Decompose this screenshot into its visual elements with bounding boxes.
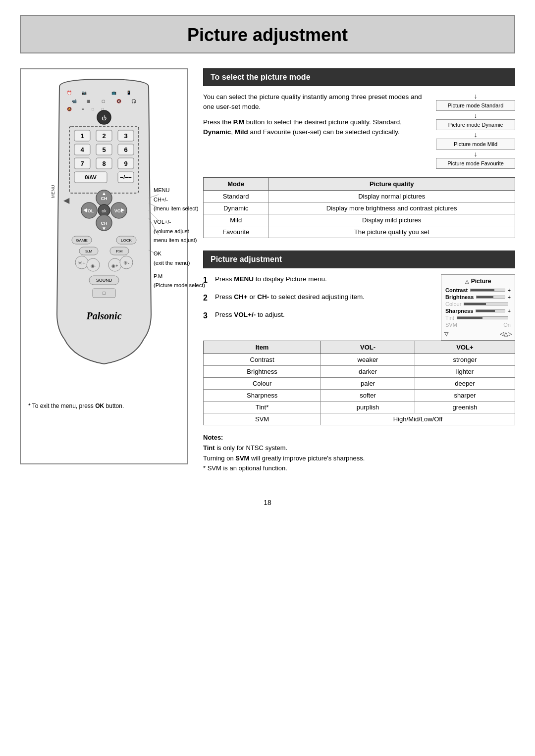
page-num-text: 18	[264, 499, 271, 506]
svm-label: SVM	[445, 322, 457, 328]
table-row: Sharpnesssoftersharper	[204, 390, 515, 402]
table-row: Colourpalerdeeper	[204, 378, 515, 390]
instruction-paragraph: Press the P.M button to select the desir…	[203, 117, 428, 138]
contrast-bar	[470, 289, 505, 292]
pm-label: P.M	[154, 272, 205, 281]
svg-text:6: 6	[124, 146, 127, 153]
picture-mode-text: You can select the picture quality insta…	[203, 92, 428, 170]
table-cell: Favourite	[204, 226, 268, 238]
svg-text:📹: 📹	[72, 99, 77, 103]
menu-item-brightness: Brightness +	[444, 294, 512, 301]
svg-text:CH: CH	[101, 196, 107, 201]
steps-text: 1 Press MENU to display Picture menu. 2 …	[203, 274, 431, 341]
step-2-text: Press CH+ or CH- to select desired adjus…	[215, 292, 365, 304]
contrast-label: Contrast	[445, 287, 468, 293]
step-2-middle: or	[248, 293, 258, 301]
vol-sub1-label: (volume adjust	[154, 227, 205, 236]
table-cell: Display more brightness and contrast pic…	[268, 202, 515, 214]
tint-bold: Tint	[203, 444, 215, 452]
step-3: 3 Press VOL+/- to adjust.	[203, 310, 431, 322]
svg-text:✳-: ✳-	[123, 260, 130, 266]
ch-sub-label: (menu item select)	[154, 204, 205, 213]
col-item: Item	[204, 341, 321, 354]
remote-footer-note: * To exit the menu, press OK button.	[28, 403, 180, 409]
page-title: Picture adjustment	[21, 25, 514, 46]
table-row: SVMHigh/Mid/Low/Off	[204, 413, 515, 425]
svg-text:8: 8	[102, 160, 106, 167]
svg-text:⏻: ⏻	[102, 115, 107, 121]
svg-text:✳+: ✳+	[78, 260, 85, 266]
svm-value: On	[503, 322, 511, 328]
table-cell: Sharpness	[204, 390, 321, 402]
table-cell: darker	[321, 366, 415, 378]
page-number: 18	[0, 499, 535, 506]
menu-label: MENU	[154, 186, 205, 195]
colour-bar	[464, 302, 508, 305]
svg-text:LOCK: LOCK	[121, 238, 132, 243]
table-cell: Contrast	[204, 354, 321, 366]
svg-text:7: 7	[80, 160, 84, 167]
svg-text:📱: 📱	[126, 90, 131, 95]
colour-label: Colour	[445, 301, 461, 307]
svg-text:1: 1	[80, 132, 84, 140]
ch-plus-bold: CH+	[234, 293, 247, 301]
svg-text:P.M: P.M	[116, 249, 123, 253]
mode-table-body: StandardDisplay normal picturesDynamicDi…	[204, 191, 515, 238]
intro-text: You can select the picture quality insta…	[203, 92, 428, 112]
step-2: 2 Press CH+ or CH- to select desired adj…	[203, 292, 431, 304]
svg-text:🔇: 🔇	[116, 99, 121, 103]
svg-text:5: 5	[102, 146, 106, 153]
svg-text:▲: ▲	[102, 191, 107, 196]
svg-text:◉-: ◉-	[91, 263, 96, 268]
picture-mode-section: To select the picture mode You can selec…	[203, 68, 515, 238]
svg-text:3: 3	[124, 132, 127, 140]
table-cell: purplish	[321, 402, 415, 413]
svg-text:Palsonic: Palsonic	[86, 310, 121, 321]
pm-bold: P.M	[233, 118, 244, 126]
svg-text:MENU: MENU	[51, 185, 55, 199]
step-1-text: Press MENU to display Picture menu.	[215, 274, 327, 286]
svg-text:CH: CH	[101, 221, 107, 226]
mode-diagram: ↓ Picture mode Standard ↓ Picture mode D…	[436, 92, 515, 170]
top-arrow: ↓	[436, 93, 515, 100]
svg-text:□: □	[103, 291, 106, 296]
table-cell: softer	[321, 390, 415, 402]
svm-note-text: will greatly improve picture's sharpness…	[249, 454, 365, 462]
svg-text:–/––: –/––	[120, 174, 132, 181]
menu-item-colour: Colour	[444, 301, 512, 307]
sharpness-label: Sharpness	[445, 308, 473, 314]
picture-adj-section: Picture adjustment 1 Press MENU to displ…	[203, 251, 515, 474]
tint-note-text: is only for NTSC system.	[215, 444, 288, 452]
table-cell: SVM	[204, 413, 321, 425]
ok-sub-label: (exit the menu)	[154, 258, 205, 268]
table-cell: paler	[321, 378, 415, 390]
vol-table-body: ContrastweakerstrongerBrightnessdarkerli…	[204, 354, 515, 425]
svg-text:◉+: ◉+	[111, 263, 118, 268]
picture-mode-content: You can select the picture quality insta…	[203, 92, 515, 170]
step-3-rest: to adjust.	[256, 311, 285, 318]
col-vol-minus: VOL-	[321, 341, 415, 354]
note-1: Tint is only for NTSC system.	[203, 443, 515, 454]
notes-title: Notes:	[203, 433, 515, 443]
svg-text:◀: ◀	[63, 196, 70, 204]
mode-table: Mode Picture quality StandardDisplay nor…	[203, 177, 515, 238]
down-triangle: ▽	[444, 331, 448, 337]
svg-text:GAME: GAME	[76, 238, 88, 243]
svg-text:ok: ok	[102, 208, 107, 213]
left-column: ⏰ 📷 📺 📱 📹 ▦ ▢ 🔇 🎧 🔕 ≡	[20, 68, 188, 484]
mode-box-dynamic: Picture mode Dynamic	[436, 119, 515, 130]
sharpness-bar	[476, 309, 505, 312]
table-row: Contrastweakerstronger	[204, 354, 515, 366]
svm-bold: SVM	[235, 454, 249, 462]
col-header-mode: Mode	[204, 178, 268, 191]
svg-text:2: 2	[102, 132, 106, 140]
svg-text:▶: ▶	[121, 207, 125, 212]
table-cell: Brightness	[204, 366, 321, 378]
table-row: MildDisplay mild pictures	[204, 214, 515, 226]
note-3: * SVM is an optional function.	[203, 463, 515, 474]
svg-text:🔕: 🔕	[67, 106, 72, 111]
svg-text:SOUND: SOUND	[96, 278, 112, 283]
vol-table-header-row: Item VOL- VOL+	[204, 341, 515, 354]
table-row: DynamicDisplay more brightness and contr…	[204, 202, 515, 214]
brightness-bar	[476, 296, 505, 299]
